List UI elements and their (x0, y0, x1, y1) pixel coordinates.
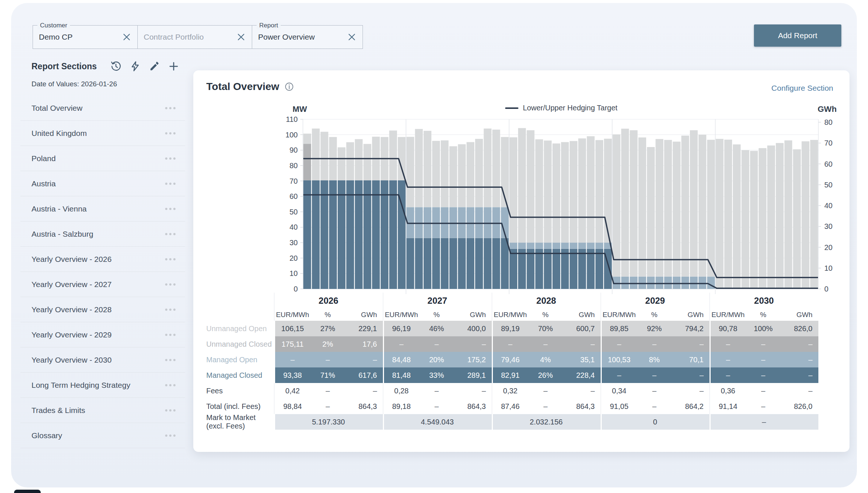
sidebar-item-united-kingdom[interactable]: United Kingdom (20, 121, 185, 146)
configure-section-link[interactable]: Configure Section (771, 84, 833, 93)
cell-managed-open-2026-gwh: – (344, 352, 383, 367)
item-menu-icon[interactable] (163, 180, 178, 187)
report-clear-icon[interactable] (347, 32, 357, 42)
section-title-row: Total Overview (206, 81, 294, 93)
cell-unmanaged-open-2028-eurmwh: 89,19 (492, 321, 529, 336)
cell-unmanaged-closed-2029-eurmwh: – (601, 336, 638, 352)
svg-text:50: 50 (290, 208, 298, 216)
unit-header-eurmwh: EUR/MWh (383, 309, 420, 321)
overview-table: 20262027202820292030EUR/MWh%GWhEUR/MWh%G… (206, 293, 818, 430)
floating-widget[interactable] (14, 490, 41, 493)
unit-header-eurmwh: EUR/MWh (601, 309, 638, 321)
item-menu-icon[interactable] (163, 332, 178, 338)
sidebar-item-label: Glossary (31, 431, 62, 440)
cell-fees-2027-eurmwh: 0,28 (383, 383, 420, 399)
year-header-2028: 2028 (492, 293, 601, 309)
customer-field[interactable]: Customer Demo CP (33, 25, 138, 49)
item-menu-icon[interactable] (163, 407, 178, 414)
sidebar-item-poland[interactable]: Poland (20, 146, 185, 171)
year-header-2027: 2027 (383, 293, 492, 309)
item-menu-icon[interactable] (163, 231, 178, 237)
cell-total-incl-fees--2030-eurmwh: 91,14 (710, 399, 747, 414)
sidebar-item-austria-vienna[interactable]: Austria - Vienna (20, 196, 185, 221)
svg-text:60: 60 (824, 160, 832, 168)
table-corner-cell (206, 293, 274, 308)
cell-unmanaged-open-2030-eurmwh: 90,78 (710, 321, 747, 336)
item-menu-icon[interactable] (163, 206, 178, 212)
sidebar-item-label: Yearly Overview - 2026 (31, 255, 111, 264)
cell-fees-2029-eurmwh: 0,34 (601, 383, 638, 399)
cell-unmanaged-closed-2026-eurmwh: 175,11 (274, 336, 311, 352)
year-header-2030: 2030 (710, 293, 818, 309)
unit-header-gwh: GWh (780, 309, 818, 321)
cell-total-incl-fees--2026-eurmwh: 98,84 (274, 399, 311, 414)
sidebar-item-austria[interactable]: Austria (20, 171, 185, 196)
item-menu-icon[interactable] (163, 105, 178, 111)
info-icon[interactable] (284, 82, 294, 91)
cell-unmanaged-closed-2028-: – (529, 336, 562, 352)
svg-text:0: 0 (294, 285, 298, 293)
cell-managed-open-2028-: 4% (529, 352, 562, 367)
item-menu-icon[interactable] (163, 130, 178, 137)
report-field-value: Power Overview (258, 33, 315, 41)
customer-clear-icon[interactable] (122, 32, 131, 42)
cell-managed-closed-2030-: – (747, 367, 780, 383)
add-report-button[interactable]: Add Report (754, 24, 841, 47)
cell-managed-closed-2026-eurmwh: 93,38 (274, 367, 311, 383)
sidebar-item-yearly-overview-2026[interactable]: Yearly Overview - 2026 (20, 247, 185, 272)
sidebar-item-label: United Kingdom (31, 129, 87, 138)
svg-text:10: 10 (824, 264, 832, 272)
sidebar-item-glossary[interactable]: Glossary (20, 423, 185, 448)
sidebar-item-label: Long Term Hedging Strategy (31, 381, 130, 390)
add-icon[interactable] (168, 61, 179, 72)
item-menu-icon[interactable] (163, 382, 178, 389)
row-label-unmanaged-closed: Unmanaged Closed (206, 336, 274, 352)
item-menu-icon[interactable] (163, 155, 178, 162)
edit-icon[interactable] (149, 61, 160, 72)
item-menu-icon[interactable] (163, 357, 178, 363)
cell-total-incl-fees--2030-gwh: 826,0 (780, 399, 818, 414)
sidebar-item-long-term-hedging-strategy[interactable]: Long Term Hedging Strategy (20, 373, 185, 398)
item-menu-icon[interactable] (163, 256, 178, 263)
report-field[interactable]: Report Power Overview (252, 25, 363, 49)
sidebar-item-total-overview[interactable]: Total Overview (20, 96, 185, 121)
cell-total-incl-fees--2028-gwh: 864,3 (562, 399, 601, 414)
cell-unmanaged-closed-2029-: – (638, 336, 671, 352)
cell-total-incl-fees--2028-eurmwh: 87,46 (492, 399, 529, 414)
cell-managed-open-2029-: 8% (638, 352, 671, 367)
cell-unmanaged-open-2030-: 100% (747, 321, 780, 336)
report-sections-list: Total OverviewUnited KingdomPolandAustri… (20, 96, 185, 448)
sidebar-item-label: Yearly Overview - 2028 (31, 305, 111, 314)
unit-header-: % (529, 309, 562, 321)
svg-text:80: 80 (824, 118, 832, 126)
cell-managed-open-2030-gwh: – (780, 352, 818, 367)
sidebar-item-yearly-overview-2030[interactable]: Yearly Overview - 2030 (20, 347, 185, 373)
svg-text:0: 0 (824, 285, 828, 293)
sidebar-item-yearly-overview-2029[interactable]: Yearly Overview - 2029 (20, 322, 185, 347)
cell-mark-to-market-excl-fees--2028: 2.032.156 (492, 414, 601, 430)
sidebar-item-yearly-overview-2028[interactable]: Yearly Overview - 2028 (20, 297, 185, 322)
sidebar-item-yearly-overview-2027[interactable]: Yearly Overview - 2027 (20, 272, 185, 297)
cell-unmanaged-open-2028-: 70% (529, 321, 562, 336)
item-menu-icon[interactable] (163, 281, 178, 288)
cell-managed-closed-2029-: – (638, 367, 671, 383)
sidebar-item-label: Poland (31, 154, 56, 163)
portfolio-clear-icon[interactable] (236, 32, 246, 42)
svg-text:20: 20 (290, 254, 298, 262)
customer-field-value: Demo CP (39, 33, 73, 41)
cell-managed-closed-2030-gwh: – (780, 367, 818, 383)
cell-fees-2030-gwh: – (780, 383, 818, 399)
cell-total-incl-fees--2027-gwh: 864,3 (453, 399, 492, 414)
history-icon[interactable] (110, 61, 121, 72)
cell-fees-2026-gwh: – (344, 383, 383, 399)
year-header-2026: 2026 (274, 293, 383, 309)
cell-fees-2030-eurmwh: 0,36 (710, 383, 747, 399)
unit-header-: % (747, 309, 780, 321)
portfolio-field[interactable]: Contract Portfolio (137, 25, 252, 49)
item-menu-icon[interactable] (163, 306, 178, 313)
lightning-icon[interactable] (130, 61, 141, 72)
sidebar-item-austria-salzburg[interactable]: Austria - Salzburg (20, 221, 185, 247)
sidebar-item-trades-limits[interactable]: Trades & Limits (20, 398, 185, 423)
item-menu-icon[interactable] (163, 432, 178, 439)
cell-total-incl-fees--2028-: – (529, 399, 562, 414)
